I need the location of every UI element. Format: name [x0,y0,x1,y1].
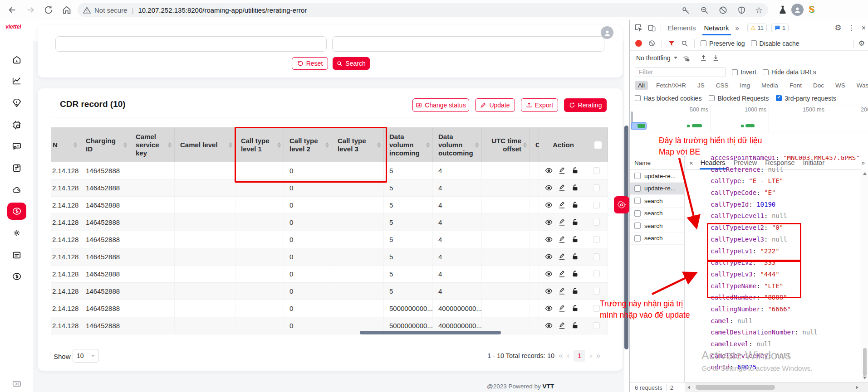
request-row[interactable]: update-re... [630,183,684,195]
view-icon[interactable] [545,184,553,192]
sidebar-item-chart[interactable] [12,76,22,86]
lock-icon[interactable] [571,322,579,329]
devtools-settings-icon[interactable]: ⚙ [834,23,841,33]
tab-elements[interactable]: Elements [666,24,698,32]
row-checkbox[interactable] [593,167,600,174]
chip-css[interactable]: CSS [713,81,732,90]
filter-checkbox[interactable]: Has blocked cookies [635,95,701,102]
request-checkbox[interactable] [634,173,641,179]
edit-icon[interactable] [558,236,566,243]
chip-font[interactable]: Font [786,81,805,90]
request-row[interactable]: search [630,195,684,208]
lock-icon[interactable] [571,184,579,192]
view-icon[interactable] [545,201,553,209]
network-filter-input[interactable]: Filter [635,67,726,77]
filter-input-1[interactable] [55,36,327,52]
row-checkbox[interactable] [593,271,600,277]
star-icon[interactable]: ☆ [755,6,763,15]
row-checkbox[interactable] [593,322,600,329]
row-checkbox[interactable] [593,184,600,191]
edit-icon[interactable] [558,287,566,295]
sort-icon[interactable] [325,142,329,148]
view-icon[interactable] [545,253,553,261]
json-vscroll-thumb[interactable] [863,348,867,376]
edit-icon[interactable] [558,218,566,226]
sort-icon[interactable] [123,142,127,148]
edit-icon[interactable] [558,167,566,174]
zoom-out-icon[interactable] [700,6,709,15]
lock-icon[interactable] [571,287,579,295]
request-row[interactable]: search [630,208,684,220]
messages-badge[interactable]: 1 [771,24,789,32]
sort-icon[interactable] [168,142,172,148]
first-page-button[interactable]: « [559,351,563,360]
sidebar-item-list[interactable] [12,250,22,260]
invert-checkbox[interactable]: Invert [732,68,756,76]
chip-ws[interactable]: WS [832,81,848,90]
detail-more-chevron[interactable]: » [861,159,865,166]
settings-fab[interactable] [614,196,629,213]
search-button[interactable]: Search [333,57,370,70]
flask-icon[interactable] [778,5,788,15]
sort-icon[interactable] [277,142,281,148]
view-icon[interactable] [545,322,553,329]
lock-icon[interactable] [571,218,579,226]
lock-icon[interactable] [571,236,579,243]
sort-icon[interactable] [377,142,381,148]
filter-checkbox[interactable]: Blocked Requests [709,95,769,102]
tab-network[interactable]: Network [702,24,731,32]
current-page[interactable]: 1 [574,350,585,362]
request-checkbox[interactable] [634,198,641,204]
warnings-badge[interactable]: ⚠ 11 [747,24,767,32]
update-button[interactable]: Update [475,98,515,112]
throttling-select[interactable]: No throttling [636,54,677,62]
clear-icon[interactable] [648,39,656,47]
column-header[interactable]: Data volumn outcoming [433,127,482,162]
request-checkbox[interactable] [634,210,641,217]
sidebar-item-cloud[interactable] [12,185,22,195]
sidebar-item-chat-dollar[interactable] [12,141,22,151]
json-hscroll-thumb[interactable] [696,385,775,390]
edit-icon[interactable] [558,322,566,329]
request-row[interactable]: search [630,232,684,245]
edit-icon[interactable] [558,270,566,278]
chip-fetch-xhr[interactable]: Fetch/XHR [653,81,689,90]
import-har-icon[interactable] [700,54,707,62]
column-header[interactable]: Data volumn incoming [384,127,433,162]
row-checkbox[interactable] [593,236,600,243]
row-checkbox[interactable] [593,202,600,208]
network-conditions-icon[interactable] [682,54,690,62]
view-icon[interactable] [545,287,553,295]
inspect-icon[interactable] [634,24,643,32]
sort-icon[interactable] [426,142,430,148]
column-header[interactable]: UTC time offset [482,127,530,162]
change-status-button[interactable]: Change status [412,98,469,112]
edit-icon[interactable] [558,201,566,209]
sidebar-item-document[interactable] [12,163,22,173]
rerating-button[interactable]: Rerating [564,98,607,112]
last-page-button[interactable]: » [596,351,600,360]
view-icon[interactable] [545,270,553,278]
request-list-header[interactable]: Name [630,156,684,170]
row-checkbox[interactable] [593,305,600,312]
next-page-button[interactable]: › [589,351,592,360]
sidebar-item-alert[interactable] [12,98,22,108]
chip-wasm[interactable]: Wasm [853,81,868,90]
chip-js[interactable]: JS [694,81,708,90]
hide-data-urls-checkbox[interactable]: Hide data URLs [763,68,816,76]
column-header[interactable]: Camel level [175,127,235,162]
scroll-left-icon[interactable] [687,386,690,389]
view-icon[interactable] [545,236,553,243]
lock-icon[interactable] [571,167,579,174]
request-row[interactable]: search [630,220,684,232]
sort-icon[interactable] [229,142,232,148]
column-header[interactable]: N [51,127,80,162]
more-tabs-chevron[interactable]: » [736,24,739,32]
page-size-select[interactable]: 10 [73,349,99,363]
column-header[interactable]: Call type level 1 [235,127,284,162]
view-icon[interactable] [545,305,553,312]
lock-icon[interactable] [571,253,579,261]
scroll-up-icon[interactable] [863,172,867,175]
home-icon[interactable] [62,5,72,15]
sort-icon[interactable] [475,142,479,148]
